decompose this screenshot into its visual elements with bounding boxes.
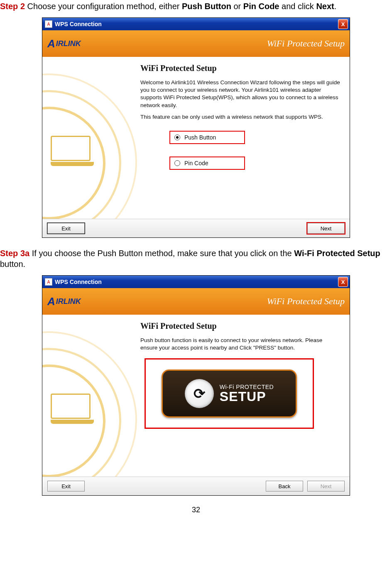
section-title: WiFi Protected Setup	[140, 64, 341, 73]
banner: A IRLINK WiFi Protected Setup	[42, 288, 350, 315]
exit-button[interactable]: Exit	[47, 481, 85, 492]
step3a-instruction: Step 3a If you choose the Push Button me…	[0, 248, 392, 269]
intro-paragraph-2: This feature can be only used with a wir…	[140, 113, 341, 121]
banner-title: WiFi Protected Setup	[267, 296, 345, 307]
radio-icon	[174, 135, 180, 140]
step2-instruction: Step 2 Choose your configuration method,…	[0, 1, 392, 12]
intro-paragraph-1: Welcome to Airlink101 Wireless Connectio…	[140, 79, 341, 109]
radio-label: Push Button	[184, 134, 216, 141]
close-icon[interactable]: X	[338, 19, 348, 29]
laptop-icon	[51, 394, 92, 423]
window-title: WPS Connection	[55, 279, 336, 285]
radio-label: Pin Code	[184, 160, 208, 166]
radio-pin-code[interactable]: Pin Code	[169, 157, 245, 170]
wps-setup-highlight: ⟳ Wi-Fi PROTECTED SETUP	[145, 358, 314, 429]
next-button: Next	[307, 481, 345, 492]
section-title: WiFi Protected Setup	[140, 321, 341, 331]
wifi-protected-setup-button[interactable]: ⟳ Wi-Fi PROTECTED SETUP	[162, 369, 297, 418]
banner-title: WiFi Protected Setup	[267, 38, 345, 49]
next-button[interactable]: Next	[307, 223, 345, 234]
content-area: WiFi Protected Setup Push button functio…	[42, 315, 350, 477]
page-number: 32	[0, 506, 392, 514]
footer-bar: Exit Next	[42, 219, 350, 237]
content-area: WiFi Protected Setup Welcome to Airlink1…	[42, 57, 350, 219]
step2-label: Step 2	[0, 2, 25, 11]
wps-window-step3a: A WPS Connection X A IRLINK WiFi Protect…	[42, 275, 350, 496]
radio-group: Push Button Pin Code	[169, 131, 341, 170]
window-title: WPS Connection	[55, 21, 336, 27]
airlink-logo: A IRLINK	[47, 37, 81, 50]
laptop-icon	[51, 136, 92, 165]
wps-window-step2: A WPS Connection X A IRLINK WiFi Protect…	[42, 17, 350, 238]
radio-icon	[174, 160, 180, 166]
close-icon[interactable]: X	[338, 277, 348, 287]
step3a-label: Step 3a	[0, 249, 29, 258]
banner: A IRLINK WiFi Protected Setup	[42, 30, 350, 57]
radio-push-button[interactable]: Push Button	[169, 131, 245, 144]
footer-bar: Exit Back Next	[42, 477, 350, 495]
app-icon: A	[45, 278, 52, 286]
airlink-logo: A IRLINK	[47, 295, 81, 308]
titlebar: A WPS Connection X	[42, 18, 350, 30]
exit-button[interactable]: Exit	[47, 223, 85, 234]
back-button[interactable]: Back	[266, 481, 303, 492]
wps-line2: SETUP	[220, 390, 274, 403]
decorative-art	[42, 57, 138, 219]
push-paragraph: Push button function is easily to connec…	[140, 337, 341, 352]
wps-swirl-icon: ⟳	[185, 379, 214, 408]
titlebar: A WPS Connection X	[42, 276, 350, 288]
app-icon: A	[45, 20, 52, 28]
decorative-art	[42, 315, 138, 477]
